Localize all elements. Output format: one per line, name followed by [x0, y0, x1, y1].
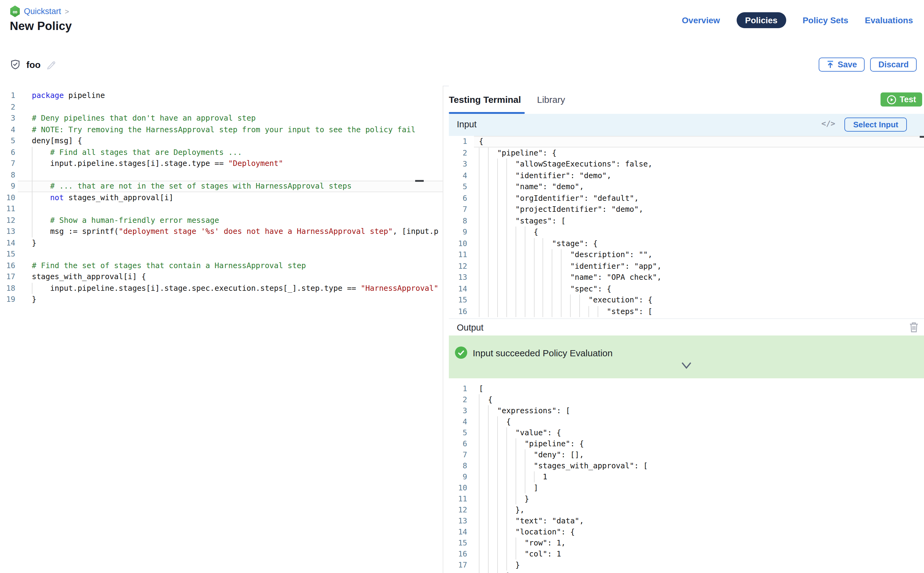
- code-line-content: "value": {: [474, 427, 924, 438]
- code-line-content: # NOTE: Try removing the HarnessApproval…: [18, 124, 443, 135]
- code-line: 5 "value": {: [449, 427, 924, 438]
- code-line-content: ]: [474, 482, 924, 493]
- code-line-content: "allowStageExecutions": false,: [474, 158, 924, 170]
- tab-testing-terminal[interactable]: Testing Terminal: [449, 94, 521, 105]
- code-line: 18 input.pipeline.stages[i].stage.spec.e…: [0, 283, 443, 294]
- line-number: 12: [449, 260, 474, 272]
- chevron-down-icon[interactable]: [680, 360, 693, 373]
- line-number: 3: [0, 113, 18, 124]
- evaluation-result-banner: Input succeeded Policy Evaluation: [449, 335, 924, 378]
- line-number: 6: [449, 193, 474, 204]
- code-line: 18 }: [449, 571, 924, 573]
- output-json-editor[interactable]: 1[2 {3 "expressions": [4 {5 "value": {6 …: [449, 378, 924, 573]
- code-line-content: "pipeline": {: [474, 147, 924, 158]
- line-number: 17: [449, 559, 474, 571]
- code-line-content: "stages_with_approval": [: [474, 460, 924, 471]
- play-circle-icon: [886, 95, 896, 104]
- success-check-icon: [455, 346, 467, 361]
- nav-tab-policy-sets[interactable]: Policy Sets: [802, 15, 848, 25]
- line-number: 8: [449, 460, 474, 471]
- code-line-content: input.pipeline.stages[i].stage.spec.exec…: [18, 283, 443, 294]
- code-line-content: "steps": [: [474, 306, 924, 317]
- nav-tab-evaluations[interactable]: Evaluations: [865, 15, 913, 25]
- line-number: 15: [0, 249, 18, 260]
- code-line: 10 not stages_with_approval[i]: [0, 192, 443, 203]
- line-number: 11: [449, 493, 474, 504]
- save-button[interactable]: Save: [819, 58, 865, 72]
- nav-tab-overview[interactable]: Overview: [682, 15, 720, 25]
- policy-toolbar: foo Save Discard: [0, 46, 924, 86]
- testing-tabs-bar: Testing Terminal Library Test: [449, 86, 924, 114]
- line-number: 7: [449, 204, 474, 215]
- line-number: 11: [449, 249, 474, 260]
- select-input-button[interactable]: Select Input: [845, 117, 907, 132]
- line-number: 11: [0, 203, 18, 214]
- code-line: 12 "identifier": "app",: [449, 260, 924, 272]
- code-line-content: }: [474, 493, 924, 504]
- line-number: 6: [0, 147, 18, 158]
- code-line-content: not stages_with_approval[i]: [18, 192, 443, 203]
- line-number: 12: [0, 214, 18, 226]
- code-line: 4# NOTE: Try removing the HarnessApprova…: [0, 124, 443, 135]
- test-button[interactable]: Test: [880, 92, 922, 106]
- code-line: 6 "orgIdentifier": "default",: [449, 193, 924, 204]
- code-line-content: "col": 1: [474, 548, 924, 559]
- line-number: 16: [449, 548, 474, 559]
- line-number: 1: [449, 136, 474, 147]
- code-line: 13 "text": "data",: [449, 515, 924, 526]
- line-number: 2: [449, 147, 474, 158]
- line-number: 2: [449, 394, 474, 405]
- page-header: ∞ Quickstart > New Policy Overview Polic…: [0, 0, 924, 47]
- nav-tab-policies[interactable]: Policies: [737, 12, 786, 28]
- code-line: 17 }: [449, 559, 924, 571]
- code-line-content: "deny": [],: [474, 449, 924, 460]
- line-number: 8: [449, 215, 474, 227]
- line-number: 15: [449, 537, 474, 548]
- code-line: 11: [0, 203, 443, 214]
- code-brackets-icon[interactable]: </>: [821, 119, 835, 128]
- edit-pencil-icon[interactable]: [46, 59, 56, 70]
- page-title: New Policy: [10, 20, 72, 33]
- line-number: 12: [449, 504, 474, 515]
- breadcrumb-link-quickstart[interactable]: Quickstart: [24, 7, 61, 16]
- code-line-content: # Show a human-friendly error message: [18, 214, 443, 226]
- line-number: 15: [449, 294, 474, 306]
- code-line: 3 "expressions": [: [449, 405, 924, 416]
- code-line-content: [18, 203, 443, 214]
- line-number: 13: [449, 515, 474, 526]
- code-line-content: package pipeline: [18, 90, 443, 101]
- code-line-content: "expressions": [: [474, 405, 924, 416]
- line-number: 8: [0, 169, 18, 181]
- code-line-content: [: [474, 383, 924, 394]
- harness-logo-icon: ∞: [10, 6, 20, 17]
- code-line-content: {: [474, 136, 924, 147]
- code-line: 13 "name": "OPA check",: [449, 272, 924, 283]
- code-line-content: deny[msg] {: [18, 135, 443, 147]
- tab-library[interactable]: Library: [537, 94, 565, 105]
- code-line-content: "name": "demo",: [474, 181, 924, 193]
- code-line: 16 "col": 1: [449, 548, 924, 559]
- trash-icon[interactable]: [909, 322, 918, 335]
- cursor-position-marker: [415, 180, 424, 182]
- line-number: 13: [0, 226, 18, 237]
- line-number: 18: [449, 571, 474, 573]
- code-line: 7 "projectIdentifier": "demo",: [449, 204, 924, 215]
- line-number: 16: [0, 260, 18, 271]
- code-line-content: msg := sprintf("deployment stage '%s' do…: [18, 226, 443, 237]
- discard-button[interactable]: Discard: [871, 58, 917, 72]
- line-number: 17: [0, 271, 18, 283]
- line-number: 9: [449, 227, 474, 238]
- code-line: 8: [0, 169, 443, 181]
- line-number: 14: [449, 283, 474, 294]
- line-number: 16: [449, 306, 474, 317]
- code-line-content: [18, 101, 443, 113]
- code-line: 2: [0, 101, 443, 113]
- input-json-editor[interactable]: 1{2 "pipeline": {3 "allowStageExecutions…: [449, 136, 924, 318]
- code-line: 15 "row": 1,: [449, 537, 924, 548]
- code-line: 11 "description": "",: [449, 249, 924, 260]
- policy-code-editor[interactable]: 1package pipeline23# Deny pipelines that…: [0, 86, 443, 573]
- code-line: 15: [0, 249, 443, 260]
- code-line: 5deny[msg] {: [0, 135, 443, 147]
- code-line: 8 "stages_with_approval": [: [449, 460, 924, 471]
- code-line: 7 input.pipeline.stages[i].stage.type ==…: [0, 158, 443, 169]
